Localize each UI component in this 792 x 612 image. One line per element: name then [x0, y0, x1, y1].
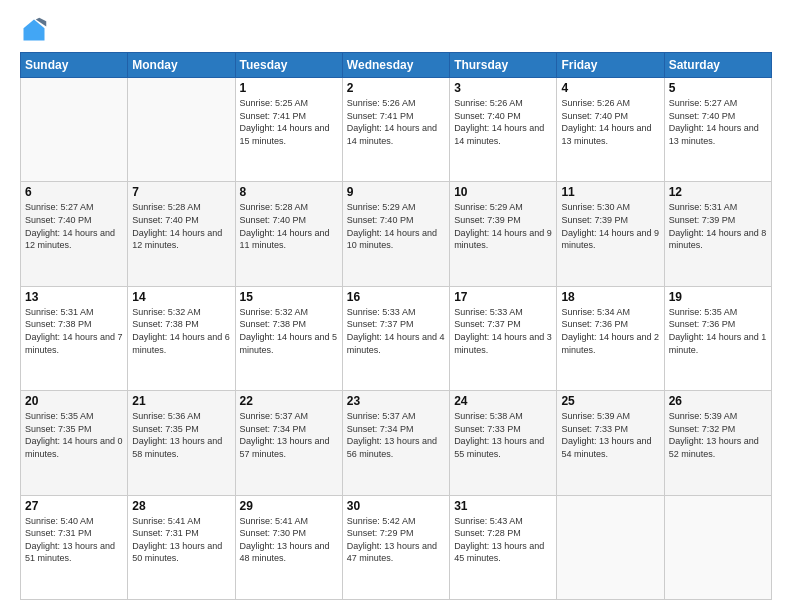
calendar-day-cell: 9Sunrise: 5:29 AMSunset: 7:40 PMDaylight…: [342, 182, 449, 286]
day-number: 26: [669, 394, 767, 408]
day-number: 4: [561, 81, 659, 95]
calendar-day-cell: [21, 78, 128, 182]
day-info: Sunrise: 5:35 AMSunset: 7:36 PMDaylight:…: [669, 306, 767, 356]
day-info: Sunrise: 5:27 AMSunset: 7:40 PMDaylight:…: [25, 201, 123, 251]
day-info: Sunrise: 5:37 AMSunset: 7:34 PMDaylight:…: [347, 410, 445, 460]
calendar-day-cell: 8Sunrise: 5:28 AMSunset: 7:40 PMDaylight…: [235, 182, 342, 286]
day-info: Sunrise: 5:32 AMSunset: 7:38 PMDaylight:…: [132, 306, 230, 356]
day-number: 27: [25, 499, 123, 513]
calendar-week-row: 13Sunrise: 5:31 AMSunset: 7:38 PMDayligh…: [21, 286, 772, 390]
logo: [20, 16, 52, 44]
day-number: 6: [25, 185, 123, 199]
day-info: Sunrise: 5:37 AMSunset: 7:34 PMDaylight:…: [240, 410, 338, 460]
calendar-day-cell: [664, 495, 771, 599]
day-number: 29: [240, 499, 338, 513]
calendar-day-cell: 29Sunrise: 5:41 AMSunset: 7:30 PMDayligh…: [235, 495, 342, 599]
day-info: Sunrise: 5:43 AMSunset: 7:28 PMDaylight:…: [454, 515, 552, 565]
day-info: Sunrise: 5:28 AMSunset: 7:40 PMDaylight:…: [132, 201, 230, 251]
day-number: 3: [454, 81, 552, 95]
day-info: Sunrise: 5:32 AMSunset: 7:38 PMDaylight:…: [240, 306, 338, 356]
day-number: 13: [25, 290, 123, 304]
day-number: 21: [132, 394, 230, 408]
day-info: Sunrise: 5:31 AMSunset: 7:39 PMDaylight:…: [669, 201, 767, 251]
calendar-day-cell: 27Sunrise: 5:40 AMSunset: 7:31 PMDayligh…: [21, 495, 128, 599]
day-number: 20: [25, 394, 123, 408]
day-number: 18: [561, 290, 659, 304]
day-info: Sunrise: 5:34 AMSunset: 7:36 PMDaylight:…: [561, 306, 659, 356]
day-info: Sunrise: 5:33 AMSunset: 7:37 PMDaylight:…: [454, 306, 552, 356]
day-number: 1: [240, 81, 338, 95]
logo-icon: [20, 16, 48, 44]
calendar-day-cell: 25Sunrise: 5:39 AMSunset: 7:33 PMDayligh…: [557, 391, 664, 495]
calendar-day-cell: [128, 78, 235, 182]
day-number: 31: [454, 499, 552, 513]
day-info: Sunrise: 5:25 AMSunset: 7:41 PMDaylight:…: [240, 97, 338, 147]
day-number: 22: [240, 394, 338, 408]
day-number: 19: [669, 290, 767, 304]
day-number: 2: [347, 81, 445, 95]
day-number: 25: [561, 394, 659, 408]
day-info: Sunrise: 5:41 AMSunset: 7:31 PMDaylight:…: [132, 515, 230, 565]
calendar-day-cell: 16Sunrise: 5:33 AMSunset: 7:37 PMDayligh…: [342, 286, 449, 390]
day-header-monday: Monday: [128, 53, 235, 78]
calendar-day-cell: 7Sunrise: 5:28 AMSunset: 7:40 PMDaylight…: [128, 182, 235, 286]
calendar-week-row: 1Sunrise: 5:25 AMSunset: 7:41 PMDaylight…: [21, 78, 772, 182]
day-header-sunday: Sunday: [21, 53, 128, 78]
calendar-day-cell: [557, 495, 664, 599]
day-info: Sunrise: 5:35 AMSunset: 7:35 PMDaylight:…: [25, 410, 123, 460]
calendar-day-cell: 21Sunrise: 5:36 AMSunset: 7:35 PMDayligh…: [128, 391, 235, 495]
calendar-day-cell: 11Sunrise: 5:30 AMSunset: 7:39 PMDayligh…: [557, 182, 664, 286]
header: [20, 16, 772, 44]
calendar-day-cell: 23Sunrise: 5:37 AMSunset: 7:34 PMDayligh…: [342, 391, 449, 495]
day-info: Sunrise: 5:29 AMSunset: 7:40 PMDaylight:…: [347, 201, 445, 251]
day-number: 12: [669, 185, 767, 199]
day-number: 23: [347, 394, 445, 408]
day-info: Sunrise: 5:36 AMSunset: 7:35 PMDaylight:…: [132, 410, 230, 460]
calendar-day-cell: 31Sunrise: 5:43 AMSunset: 7:28 PMDayligh…: [450, 495, 557, 599]
day-info: Sunrise: 5:42 AMSunset: 7:29 PMDaylight:…: [347, 515, 445, 565]
day-info: Sunrise: 5:29 AMSunset: 7:39 PMDaylight:…: [454, 201, 552, 251]
day-number: 9: [347, 185, 445, 199]
calendar-table: SundayMondayTuesdayWednesdayThursdayFrid…: [20, 52, 772, 600]
day-number: 24: [454, 394, 552, 408]
page: SundayMondayTuesdayWednesdayThursdayFrid…: [0, 0, 792, 612]
day-number: 11: [561, 185, 659, 199]
calendar-day-cell: 6Sunrise: 5:27 AMSunset: 7:40 PMDaylight…: [21, 182, 128, 286]
calendar-day-cell: 1Sunrise: 5:25 AMSunset: 7:41 PMDaylight…: [235, 78, 342, 182]
calendar-day-cell: 13Sunrise: 5:31 AMSunset: 7:38 PMDayligh…: [21, 286, 128, 390]
calendar-day-cell: 5Sunrise: 5:27 AMSunset: 7:40 PMDaylight…: [664, 78, 771, 182]
calendar-week-row: 27Sunrise: 5:40 AMSunset: 7:31 PMDayligh…: [21, 495, 772, 599]
day-info: Sunrise: 5:31 AMSunset: 7:38 PMDaylight:…: [25, 306, 123, 356]
day-info: Sunrise: 5:33 AMSunset: 7:37 PMDaylight:…: [347, 306, 445, 356]
calendar-day-cell: 2Sunrise: 5:26 AMSunset: 7:41 PMDaylight…: [342, 78, 449, 182]
calendar-day-cell: 20Sunrise: 5:35 AMSunset: 7:35 PMDayligh…: [21, 391, 128, 495]
day-info: Sunrise: 5:39 AMSunset: 7:33 PMDaylight:…: [561, 410, 659, 460]
calendar-day-cell: 28Sunrise: 5:41 AMSunset: 7:31 PMDayligh…: [128, 495, 235, 599]
calendar-day-cell: 24Sunrise: 5:38 AMSunset: 7:33 PMDayligh…: [450, 391, 557, 495]
day-info: Sunrise: 5:28 AMSunset: 7:40 PMDaylight:…: [240, 201, 338, 251]
day-header-tuesday: Tuesday: [235, 53, 342, 78]
calendar-day-cell: 17Sunrise: 5:33 AMSunset: 7:37 PMDayligh…: [450, 286, 557, 390]
calendar-week-row: 6Sunrise: 5:27 AMSunset: 7:40 PMDaylight…: [21, 182, 772, 286]
calendar-day-cell: 4Sunrise: 5:26 AMSunset: 7:40 PMDaylight…: [557, 78, 664, 182]
day-header-thursday: Thursday: [450, 53, 557, 78]
calendar-week-row: 20Sunrise: 5:35 AMSunset: 7:35 PMDayligh…: [21, 391, 772, 495]
day-info: Sunrise: 5:26 AMSunset: 7:40 PMDaylight:…: [454, 97, 552, 147]
day-number: 28: [132, 499, 230, 513]
day-number: 15: [240, 290, 338, 304]
day-info: Sunrise: 5:38 AMSunset: 7:33 PMDaylight:…: [454, 410, 552, 460]
day-info: Sunrise: 5:39 AMSunset: 7:32 PMDaylight:…: [669, 410, 767, 460]
day-info: Sunrise: 5:27 AMSunset: 7:40 PMDaylight:…: [669, 97, 767, 147]
day-number: 30: [347, 499, 445, 513]
calendar-day-cell: 15Sunrise: 5:32 AMSunset: 7:38 PMDayligh…: [235, 286, 342, 390]
day-info: Sunrise: 5:30 AMSunset: 7:39 PMDaylight:…: [561, 201, 659, 251]
day-info: Sunrise: 5:41 AMSunset: 7:30 PMDaylight:…: [240, 515, 338, 565]
calendar-day-cell: 19Sunrise: 5:35 AMSunset: 7:36 PMDayligh…: [664, 286, 771, 390]
calendar-day-cell: 30Sunrise: 5:42 AMSunset: 7:29 PMDayligh…: [342, 495, 449, 599]
day-number: 14: [132, 290, 230, 304]
day-header-saturday: Saturday: [664, 53, 771, 78]
calendar-day-cell: 26Sunrise: 5:39 AMSunset: 7:32 PMDayligh…: [664, 391, 771, 495]
day-number: 5: [669, 81, 767, 95]
day-info: Sunrise: 5:40 AMSunset: 7:31 PMDaylight:…: [25, 515, 123, 565]
calendar-day-cell: 18Sunrise: 5:34 AMSunset: 7:36 PMDayligh…: [557, 286, 664, 390]
